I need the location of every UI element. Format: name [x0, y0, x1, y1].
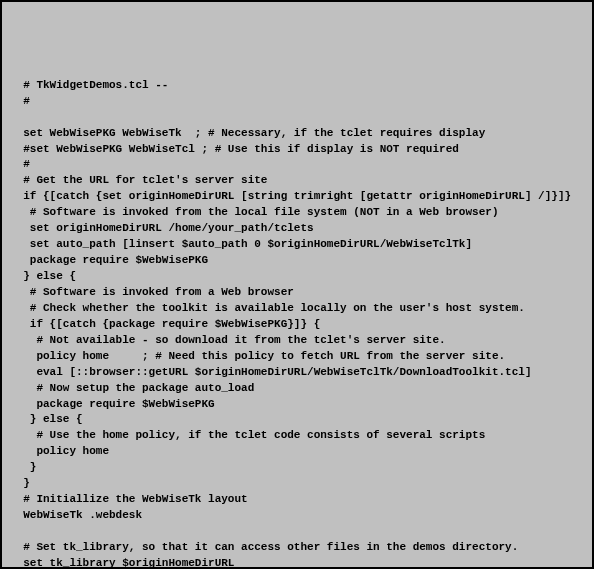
code-line: } — [10, 460, 584, 476]
code-line: # Set tk_library, so that it can access … — [10, 540, 584, 556]
code-line: } else { — [10, 412, 584, 428]
code-line: package require $WebWisePKG — [10, 253, 584, 269]
code-line: set originHomeDirURL /home/your_path/tcl… — [10, 221, 584, 237]
code-line: policy home ; # Need this policy to fetc… — [10, 349, 584, 365]
code-line: # Not available - so download it from th… — [10, 333, 584, 349]
code-line — [10, 524, 584, 540]
code-line: # Use the home policy, if the tclet code… — [10, 428, 584, 444]
code-line: if {[catch {package require $WebWisePKG}… — [10, 317, 584, 333]
code-line: # Software is invoked from the local fil… — [10, 205, 584, 221]
code-line: WebWiseTk .webdesk — [10, 508, 584, 524]
code-line: # Initiallize the WebWiseTk layout — [10, 492, 584, 508]
code-line: policy home — [10, 444, 584, 460]
code-line: set auto_path [linsert $auto_path 0 $ori… — [10, 237, 584, 253]
code-line — [10, 110, 584, 126]
code-line: set tk_library $originHomeDirURL — [10, 556, 584, 569]
code-line: } — [10, 476, 584, 492]
code-line: # TkWidgetDemos.tcl -- — [10, 78, 584, 94]
code-line: # Software is invoked from a Web browser — [10, 285, 584, 301]
code-line: # Get the URL for tclet's server site — [10, 173, 584, 189]
code-line: # — [10, 157, 584, 173]
code-line: # Now setup the package auto_load — [10, 381, 584, 397]
code-block: # TkWidgetDemos.tcl -- # set WebWisePKG … — [10, 78, 584, 569]
code-line: package require $WebWisePKG — [10, 397, 584, 413]
code-line: #set WebWisePKG WebWiseTcl ; # Use this … — [10, 142, 584, 158]
code-line: # — [10, 94, 584, 110]
code-line: set WebWisePKG WebWiseTk ; # Necessary, … — [10, 126, 584, 142]
code-line: if {[catch {set originHomeDirURL [string… — [10, 189, 584, 205]
code-line: # Check whether the toolkit is available… — [10, 301, 584, 317]
code-line: eval [::browser::getURL $originHomeDirUR… — [10, 365, 584, 381]
code-line: } else { — [10, 269, 584, 285]
